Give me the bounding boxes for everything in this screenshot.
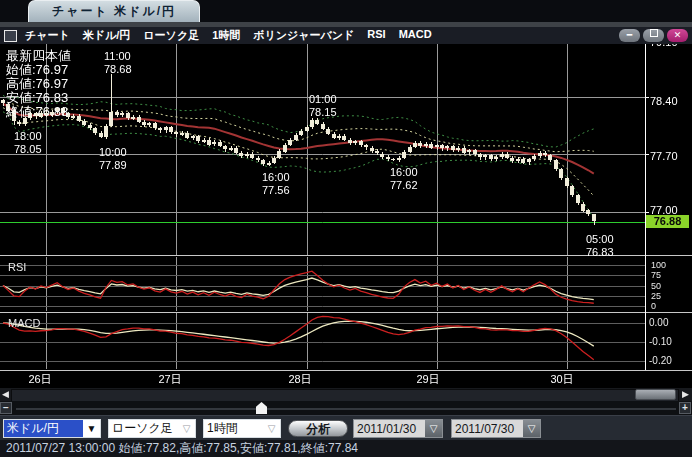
title-menu-item: ボリンジャーバンド (253, 28, 354, 43)
price-annotation: 16:0077.56 (262, 171, 290, 197)
scroll-left-arrow[interactable]: ◀ (0, 388, 11, 401)
price-annotation: 01:0078.15 (309, 93, 337, 119)
macd-label: MACD (8, 317, 40, 329)
horizontal-scrollbar: ◀ ▶ (0, 388, 692, 401)
tab-usdjpy-chart[interactable]: チャート 米ドル/円 (28, 0, 200, 22)
annotation-price: 78.05 (14, 143, 42, 156)
quote-title: 最新四本値 (6, 49, 71, 63)
tab-bar: チャート 米ドル/円 (0, 0, 692, 22)
rsi-axis-label: 0 (651, 301, 656, 311)
controls-bar: 米ドル/円 ▼ ローソク足 ▽ 1時間 ▽ 分析 2011/01/30 ▽ 20… (0, 415, 692, 440)
date-axis-label: 27日 (158, 372, 181, 387)
maximize-button[interactable] (643, 29, 664, 42)
chart-type-value: ローソク足 (109, 420, 178, 437)
annotation-price: 76.83 (586, 246, 614, 259)
chevron-down-icon: ▽ (425, 420, 442, 437)
title-menu-item: 1時間 (212, 28, 240, 43)
annotation-time: 01:00 (309, 93, 337, 106)
rsi-axis-label: 50 (651, 281, 661, 291)
window-title-bar: チャート米ドル/円ローソク足1時間ボリンジャーバンドRSIMACD ━ ✕ (0, 27, 692, 44)
macd-axis-label: 0.00 (649, 317, 668, 328)
date-to-value: 2011/07/30 (452, 422, 523, 436)
date-to-select[interactable]: 2011/07/30 ▽ (451, 419, 541, 438)
date-axis-label: 30日 (550, 372, 573, 387)
currency-select[interactable]: 米ドル/円 ▼ (3, 419, 101, 438)
chevron-down-icon: ▽ (523, 420, 540, 437)
current-price-badge: 76.88 (646, 215, 689, 228)
price-annotation: 05:0076.83 (586, 233, 614, 259)
zoom-slider-track[interactable] (16, 408, 676, 410)
price-annotation: 11:0078.68 (104, 50, 132, 76)
chevron-down-icon: ▽ (178, 423, 195, 434)
date-from-select[interactable]: 2011/01/30 ▽ (353, 419, 443, 438)
title-menu-item: ローソク足 (143, 28, 199, 43)
price-annotation: 10:0077.89 (99, 146, 127, 172)
rsi-axis-label: 75 (651, 270, 661, 280)
latest-ohlc-panel: 最新四本値始値:76.97高値:76.97安値:76.83終値:76.88 (6, 49, 71, 119)
price-annotation: 18:0078.05 (14, 130, 42, 156)
window-icon (4, 30, 17, 42)
maximize-icon (650, 29, 658, 37)
quote-row: 始値:76.97 (6, 63, 71, 77)
annotation-price: 78.68 (104, 63, 132, 76)
price-axis-label: 78.40 (650, 95, 678, 107)
quote-row: 安値:76.83 (6, 91, 71, 105)
annotation-time: 16:00 (262, 171, 290, 184)
title-menu: チャート米ドル/円ローソク足1時間ボリンジャーバンドRSIMACD (25, 28, 432, 43)
price-annotation: 16:0077.62 (390, 166, 418, 192)
title-menu-item: チャート (25, 28, 70, 43)
rsi-axis-label: 100 (651, 260, 666, 270)
interval-value: 1時間 (204, 420, 263, 437)
currency-select-value: 米ドル/円 (4, 420, 83, 437)
annotation-time: 18:00 (14, 130, 42, 143)
chevron-down-icon: ▽ (263, 423, 280, 434)
annotation-time: 16:00 (390, 166, 418, 179)
annotation-price: 77.62 (390, 179, 418, 192)
analyze-button[interactable]: 分析 (288, 420, 348, 437)
annotation-time: 10:00 (99, 146, 127, 159)
annotation-time: 05:00 (586, 233, 614, 246)
close-button[interactable]: ✕ (667, 29, 688, 42)
date-axis-label: 29日 (416, 372, 439, 387)
zoom-out-button[interactable]: − (0, 402, 12, 414)
status-bar: 2011/07/27 13:00:00 始値:77.82,高値:77.85,安値… (0, 440, 692, 457)
date-from-value: 2011/01/30 (354, 422, 425, 436)
macd-axis-label: -0.20 (649, 355, 672, 366)
annotation-price: 77.89 (99, 159, 127, 172)
title-menu-item: MACD (399, 28, 432, 43)
quote-row: 高値:76.97 (6, 77, 71, 91)
quote-row: 終値:76.88 (6, 105, 71, 119)
title-menu-item: 米ドル/円 (83, 28, 131, 43)
title-menu-item: RSI (367, 28, 385, 43)
interval-select[interactable]: 1時間 ▽ (203, 419, 281, 438)
annotation-time: 11:00 (104, 50, 132, 63)
rsi-label: RSI (8, 261, 26, 273)
zoom-slider-row: − + (0, 401, 692, 415)
minimize-button[interactable]: ━ (619, 29, 640, 42)
annotation-price: 77.56 (262, 184, 290, 197)
date-axis-label: 28日 (288, 372, 311, 387)
macd-axis-label: -0.10 (649, 336, 672, 347)
price-axis-label: 77.70 (650, 150, 678, 162)
scrollbar-thumb[interactable] (635, 389, 676, 400)
annotation-price: 78.15 (309, 106, 337, 119)
chevron-down-icon: ▼ (83, 423, 100, 434)
scroll-right-arrow[interactable]: ▶ (680, 388, 691, 401)
rsi-axis-label: 25 (651, 291, 661, 301)
chart-type-select[interactable]: ローソク足 ▽ (108, 419, 196, 438)
chart-window: 最新四本値始値:76.97高値:76.97安値:76.83終値:76.88 18… (0, 0, 692, 457)
zoom-slider-thumb[interactable] (256, 402, 267, 414)
zoom-in-button[interactable]: + (679, 402, 691, 414)
date-axis-label: 26日 (28, 372, 51, 387)
